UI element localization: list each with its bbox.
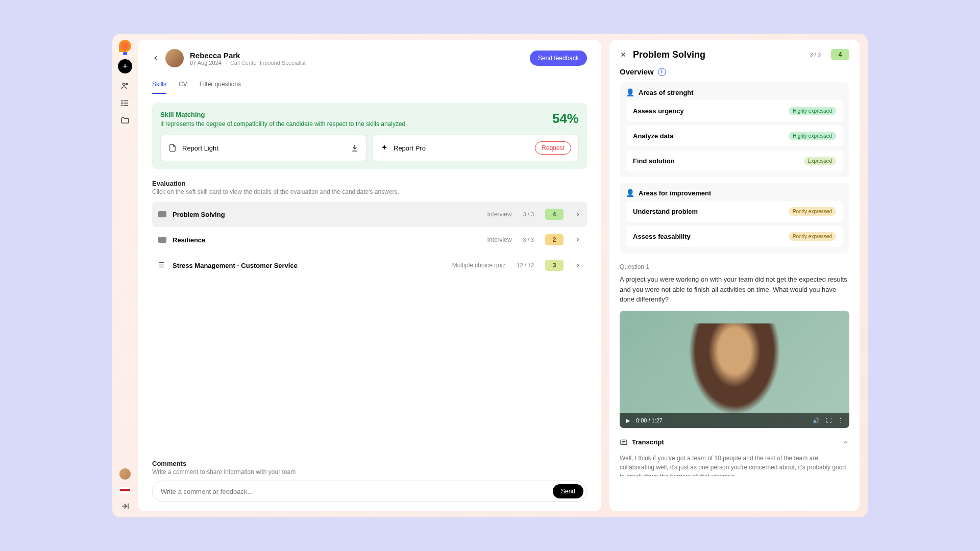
candidate-header: Rebecca Park 07 Aug 2024 → Call Center I… bbox=[152, 49, 587, 67]
chevron-right-icon[interactable] bbox=[575, 237, 581, 243]
folder-icon[interactable] bbox=[120, 115, 130, 126]
skill-match-percent: 54% bbox=[552, 111, 579, 127]
video-icon bbox=[158, 237, 166, 243]
chevron-right-icon[interactable] bbox=[575, 211, 581, 217]
main-content: Rebecca Park 07 Aug 2024 → Call Center I… bbox=[138, 34, 868, 517]
detail-count: 3 / 3 bbox=[810, 52, 821, 58]
question-text: A project you were working on with your … bbox=[620, 274, 849, 305]
language-flag-icon[interactable] bbox=[120, 487, 130, 494]
detail-header: Problem Solving 3 / 3 4 bbox=[620, 49, 849, 60]
send-feedback-button[interactable]: Send feedback bbox=[530, 51, 587, 66]
fullscreen-icon[interactable]: ⛶ bbox=[826, 417, 831, 423]
volume-icon[interactable]: 🔊 bbox=[813, 417, 820, 424]
svg-point-0 bbox=[123, 83, 126, 86]
overview-header: Overview i bbox=[620, 67, 849, 76]
skill-row[interactable]: Resilience Interview 3 / 3 2 bbox=[152, 227, 587, 253]
area-item: Assess urgency Highly expressed bbox=[626, 101, 843, 121]
score-badge: 3 bbox=[545, 260, 564, 271]
svg-point-5 bbox=[121, 101, 122, 102]
expression-tag: Highly expressed bbox=[789, 132, 836, 140]
candidate-panel: Rebecca Park 07 Aug 2024 → Call Center I… bbox=[138, 40, 601, 511]
expression-tag: Poorly expressed bbox=[789, 232, 836, 241]
video-player[interactable]: ▶ 0:00 / 1:27 🔊 ⛶ ⋮ bbox=[620, 311, 849, 428]
report-light-button[interactable]: Report Light bbox=[160, 135, 366, 161]
score-badge: 2 bbox=[545, 234, 564, 245]
improvements-block: 👤 Areas for improvement Understand probl… bbox=[620, 183, 849, 253]
video-controls: ▶ 0:00 / 1:27 🔊 ⛶ ⋮ bbox=[620, 413, 849, 428]
video-icon bbox=[158, 211, 166, 217]
strength-icon: 👤 bbox=[626, 88, 634, 96]
skill-match-desc: It represents the degree of compatibilit… bbox=[160, 120, 405, 128]
tab-cv[interactable]: CV bbox=[179, 76, 187, 94]
evaluation-section: Evaluation Click on the soft skill card … bbox=[152, 180, 587, 278]
comment-box: Send bbox=[152, 481, 587, 502]
skill-row[interactable]: Stress Management - Customer Service Mul… bbox=[152, 253, 587, 278]
svg-point-1 bbox=[126, 84, 128, 85]
request-button[interactable]: Request bbox=[535, 141, 571, 155]
transcript-icon bbox=[620, 438, 628, 446]
skill-list: Problem Solving Interview 3 / 3 4 Resili… bbox=[152, 202, 587, 278]
video-time: 0:00 / 1:27 bbox=[636, 417, 806, 423]
candidate-name: Rebecca Park bbox=[190, 51, 306, 60]
svg-point-7 bbox=[121, 105, 122, 106]
add-button[interactable]: + bbox=[118, 59, 132, 73]
info-icon[interactable]: i bbox=[658, 68, 666, 76]
evaluation-desc: Click on the soft skill card to view the… bbox=[152, 188, 587, 195]
question-label: Question 1 bbox=[620, 263, 849, 270]
expression-tag: Highly expressed bbox=[789, 107, 836, 115]
sidebar: + bbox=[112, 34, 138, 517]
app-shell: + Rebecca Park bbox=[112, 34, 868, 517]
quiz-icon bbox=[158, 262, 166, 268]
tab-filter[interactable]: Filter questions bbox=[200, 76, 241, 94]
report-pro-button[interactable]: Report Pro Request bbox=[373, 135, 579, 161]
area-item: Assess feasability Poorly expressed bbox=[626, 226, 843, 247]
video-thumbnail bbox=[689, 323, 780, 415]
expression-tag: Expressed bbox=[804, 157, 836, 165]
send-button[interactable]: Send bbox=[553, 484, 583, 498]
detail-score-badge: 4 bbox=[831, 49, 849, 60]
close-icon[interactable] bbox=[620, 51, 627, 58]
skill-match-title: Skill Matching bbox=[160, 111, 405, 118]
sparkle-icon bbox=[380, 144, 388, 152]
logo-icon bbox=[119, 40, 131, 52]
evaluation-title: Evaluation bbox=[152, 180, 587, 187]
detail-panel: Problem Solving 3 / 3 4 Overview i 👤 Are… bbox=[609, 40, 860, 511]
strengths-block: 👤 Areas of strenght Assess urgency Highl… bbox=[620, 82, 849, 178]
back-button[interactable] bbox=[152, 55, 159, 62]
candidates-icon[interactable] bbox=[120, 81, 130, 91]
score-badge: 4 bbox=[545, 209, 564, 220]
svg-point-6 bbox=[121, 103, 122, 104]
expression-tag: Poorly expressed bbox=[789, 207, 836, 216]
tab-skills[interactable]: Skills bbox=[152, 76, 166, 94]
improvement-icon: 👤 bbox=[626, 189, 634, 197]
comments-title: Comments bbox=[152, 460, 587, 467]
detail-title: Problem Solving bbox=[633, 49, 804, 60]
svg-rect-8 bbox=[621, 440, 627, 444]
collapse-sidebar-icon[interactable] bbox=[120, 501, 130, 511]
area-item: Analyze data Highly expressed bbox=[626, 126, 843, 146]
candidate-meta: 07 Aug 2024 → Call Center Inbound Specia… bbox=[190, 60, 306, 66]
transcript-text: Well, I think if you've got a team of 10… bbox=[620, 454, 849, 476]
comment-input[interactable] bbox=[161, 488, 553, 495]
comments-desc: Write a comment to share information wit… bbox=[152, 468, 587, 475]
more-icon[interactable]: ⋮ bbox=[838, 417, 843, 424]
skill-match-card: Skill Matching It represents the degree … bbox=[152, 103, 587, 169]
candidate-avatar bbox=[165, 49, 184, 67]
chevron-right-icon[interactable] bbox=[575, 262, 581, 268]
area-item: Understand problem Poorly expressed bbox=[626, 201, 843, 222]
list-icon[interactable] bbox=[120, 98, 130, 108]
pdf-icon bbox=[168, 143, 177, 153]
transcript-toggle[interactable]: Transcript bbox=[620, 434, 849, 450]
play-icon[interactable]: ▶ bbox=[626, 417, 630, 424]
comments-section: Comments Write a comment to share inform… bbox=[152, 460, 587, 502]
download-icon bbox=[351, 144, 359, 152]
tabs: Skills CV Filter questions bbox=[152, 76, 587, 94]
user-avatar-icon[interactable] bbox=[119, 468, 131, 480]
skill-row[interactable]: Problem Solving Interview 3 / 3 4 bbox=[152, 202, 587, 227]
chevron-up-icon bbox=[842, 439, 849, 446]
area-item: Find solution Expressed bbox=[626, 151, 843, 171]
